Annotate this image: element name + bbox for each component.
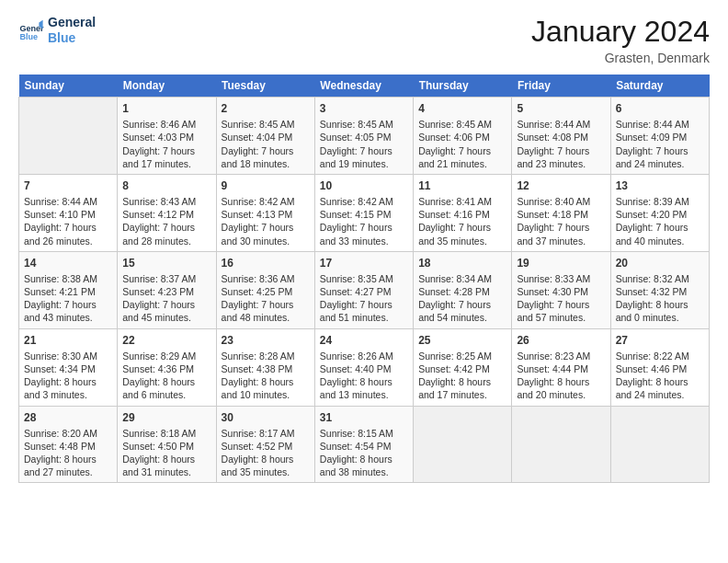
daylight-text: Daylight: 8 hours and 35 minutes. [222, 453, 310, 478]
calendar-cell: 24Sunrise: 8:26 AMSunset: 4:40 PMDayligh… [314, 328, 413, 406]
calendar-cell: 16Sunrise: 8:36 AMSunset: 4:25 PMDayligh… [216, 251, 314, 328]
header-monday: Monday [118, 75, 216, 98]
sunset-text: Sunset: 4:03 PM [122, 131, 210, 144]
sunset-text: Sunset: 4:30 PM [517, 285, 605, 298]
calendar-cell: 8Sunrise: 8:43 AMSunset: 4:12 PMDaylight… [118, 174, 216, 251]
day-number: 28 [24, 410, 112, 425]
logo-icon: General Blue [18, 17, 44, 43]
sunset-text: Sunset: 4:05 PM [320, 131, 408, 144]
daylight-text: Daylight: 8 hours and 24 minutes. [616, 375, 704, 401]
sunset-text: Sunset: 4:40 PM [320, 362, 408, 375]
daylight-text: Daylight: 7 hours and 51 minutes. [320, 298, 408, 324]
day-number: 8 [122, 178, 210, 193]
day-number: 17 [320, 256, 408, 270]
sunset-text: Sunset: 4:46 PM [616, 362, 704, 375]
day-number: 7 [24, 178, 112, 193]
sunset-text: Sunset: 4:06 PM [418, 131, 506, 144]
daylight-text: Daylight: 7 hours and 21 minutes. [418, 144, 506, 170]
location: Grasten, Denmark [531, 51, 710, 65]
calendar-cell: 12Sunrise: 8:40 AMSunset: 4:18 PMDayligh… [512, 174, 610, 251]
daylight-text: Daylight: 7 hours and 57 minutes. [517, 298, 605, 324]
sunrise-text: Sunrise: 8:22 AM [616, 350, 704, 362]
calendar-cell: 4Sunrise: 8:45 AMSunset: 4:06 PMDaylight… [414, 98, 512, 175]
sunset-text: Sunset: 4:15 PM [320, 208, 408, 221]
sunrise-text: Sunrise: 8:42 AM [222, 195, 310, 208]
sunrise-text: Sunrise: 8:38 AM [24, 272, 112, 285]
header-wednesday: Wednesday [314, 75, 413, 98]
header-thursday: Thursday [414, 75, 512, 98]
calendar-cell: 11Sunrise: 8:41 AMSunset: 4:16 PMDayligh… [414, 174, 512, 251]
daylight-text: Daylight: 7 hours and 54 minutes. [418, 298, 506, 324]
day-number: 26 [517, 333, 605, 348]
sunset-text: Sunset: 4:13 PM [222, 208, 310, 221]
sunrise-text: Sunrise: 8:29 AM [122, 350, 210, 362]
calendar-cell: 9Sunrise: 8:42 AMSunset: 4:13 PMDaylight… [216, 174, 314, 251]
daylight-text: Daylight: 7 hours and 33 minutes. [320, 221, 408, 247]
calendar-cell: 25Sunrise: 8:25 AMSunset: 4:42 PMDayligh… [414, 328, 512, 406]
day-number: 31 [320, 410, 408, 425]
sunrise-text: Sunrise: 8:46 AM [122, 118, 210, 131]
sunset-text: Sunset: 4:52 PM [222, 440, 310, 453]
sunset-text: Sunset: 4:25 PM [222, 285, 310, 298]
sunset-text: Sunset: 4:04 PM [222, 131, 310, 144]
sunrise-text: Sunrise: 8:18 AM [122, 427, 210, 440]
daylight-text: Daylight: 8 hours and 20 minutes. [517, 375, 605, 401]
header-saturday: Saturday [610, 75, 709, 98]
day-number: 20 [616, 256, 704, 270]
daylight-text: Daylight: 7 hours and 17 minutes. [122, 144, 210, 170]
daylight-text: Daylight: 8 hours and 27 minutes. [24, 453, 112, 478]
day-number: 19 [517, 256, 605, 270]
daylight-text: Daylight: 8 hours and 31 minutes. [122, 453, 210, 478]
sunrise-text: Sunrise: 8:43 AM [122, 195, 210, 208]
week-row-1: 7Sunrise: 8:44 AMSunset: 4:10 PMDaylight… [19, 174, 710, 251]
daylight-text: Daylight: 8 hours and 0 minutes. [616, 298, 704, 324]
header: General Blue General Blue January 2024 G… [18, 15, 710, 65]
sunrise-text: Sunrise: 8:37 AM [122, 272, 210, 285]
sunrise-text: Sunrise: 8:45 AM [320, 118, 408, 131]
sunset-text: Sunset: 4:42 PM [418, 362, 506, 375]
day-number: 15 [122, 256, 210, 270]
calendar-cell: 21Sunrise: 8:30 AMSunset: 4:34 PMDayligh… [19, 328, 118, 406]
sunset-text: Sunset: 4:09 PM [616, 131, 704, 144]
sunset-text: Sunset: 4:50 PM [122, 440, 210, 453]
title-area: January 2024 Grasten, Denmark [531, 15, 710, 65]
sunset-text: Sunset: 4:12 PM [122, 208, 210, 221]
daylight-text: Daylight: 8 hours and 13 minutes. [320, 375, 408, 401]
page: General Blue General Blue January 2024 G… [0, 0, 728, 492]
week-row-2: 14Sunrise: 8:38 AMSunset: 4:21 PMDayligh… [19, 251, 710, 328]
calendar-cell: 7Sunrise: 8:44 AMSunset: 4:10 PMDaylight… [19, 174, 118, 251]
calendar-cell: 31Sunrise: 8:15 AMSunset: 4:54 PMDayligh… [314, 406, 413, 483]
daylight-text: Daylight: 7 hours and 48 minutes. [222, 298, 310, 324]
sunrise-text: Sunrise: 8:20 AM [24, 427, 112, 440]
day-number: 3 [320, 101, 408, 116]
day-number: 6 [616, 101, 704, 116]
sunset-text: Sunset: 4:23 PM [122, 285, 210, 298]
sunset-text: Sunset: 4:08 PM [517, 131, 605, 144]
day-number: 11 [418, 178, 506, 193]
day-number: 4 [418, 101, 506, 116]
calendar-cell: 19Sunrise: 8:33 AMSunset: 4:30 PMDayligh… [512, 251, 610, 328]
day-number: 12 [517, 178, 605, 193]
day-number: 14 [24, 256, 112, 270]
daylight-text: Daylight: 7 hours and 30 minutes. [222, 221, 310, 247]
logo: General Blue General Blue [18, 15, 96, 46]
calendar-cell: 28Sunrise: 8:20 AMSunset: 4:48 PMDayligh… [19, 406, 118, 483]
calendar-cell: 2Sunrise: 8:45 AMSunset: 4:04 PMDaylight… [216, 98, 314, 175]
daylight-text: Daylight: 7 hours and 23 minutes. [517, 144, 605, 170]
daylight-text: Daylight: 7 hours and 37 minutes. [517, 221, 605, 247]
calendar-cell: 18Sunrise: 8:34 AMSunset: 4:28 PMDayligh… [414, 251, 512, 328]
day-number: 30 [222, 410, 310, 425]
sunrise-text: Sunrise: 8:23 AM [517, 350, 605, 362]
calendar-cell: 10Sunrise: 8:42 AMSunset: 4:15 PMDayligh… [314, 174, 413, 251]
day-number: 16 [222, 256, 310, 270]
calendar-cell: 6Sunrise: 8:44 AMSunset: 4:09 PMDaylight… [610, 98, 709, 175]
calendar-cell: 5Sunrise: 8:44 AMSunset: 4:08 PMDaylight… [512, 98, 610, 175]
sunset-text: Sunset: 4:48 PM [24, 440, 112, 453]
sunrise-text: Sunrise: 8:45 AM [418, 118, 506, 131]
week-row-3: 21Sunrise: 8:30 AMSunset: 4:34 PMDayligh… [19, 328, 710, 406]
sunset-text: Sunset: 4:21 PM [24, 285, 112, 298]
daylight-text: Daylight: 7 hours and 43 minutes. [24, 298, 112, 324]
calendar-cell: 27Sunrise: 8:22 AMSunset: 4:46 PMDayligh… [610, 328, 709, 406]
calendar-cell: 26Sunrise: 8:23 AMSunset: 4:44 PMDayligh… [512, 328, 610, 406]
sunrise-text: Sunrise: 8:44 AM [517, 118, 605, 131]
